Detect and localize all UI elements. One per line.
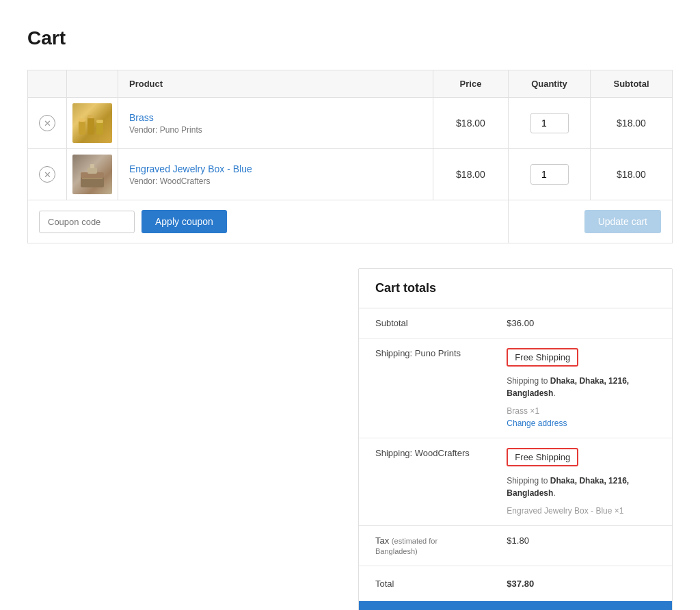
product-name-brass: Brass <box>129 112 202 123</box>
update-cart-cell: Update cart <box>509 200 673 243</box>
subtotal-row: Subtotal $36.00 <box>359 308 672 339</box>
subtotal-label: Subtotal <box>359 308 490 339</box>
shipping-puno-cell: Free Shipping Shipping to Dhaka, Dhaka, … <box>490 339 672 438</box>
svg-rect-1 <box>79 118 85 122</box>
quantity-input-jewelry[interactable] <box>530 164 569 185</box>
checkout-button[interactable]: Proceed to checkout <box>359 601 672 610</box>
product-name-jewelry: Engraved Jewelry Box - Blue <box>129 163 252 174</box>
svg-rect-3 <box>88 115 94 118</box>
coupon-input[interactable] <box>39 211 135 233</box>
product-link-brass[interactable]: Brass <box>129 112 154 123</box>
shipping-wood-product: Engraved Jewelry Box - Blue ×1 <box>507 506 656 516</box>
free-shipping-badge-puno: Free Shipping <box>507 348 578 367</box>
price-brass: $18.00 <box>433 98 509 149</box>
qty-cell-brass <box>509 98 591 149</box>
tax-label: Tax <box>375 535 389 546</box>
cart-totals: Cart totals Subtotal $36.00 Shipping: Pu… <box>358 268 673 610</box>
close-icon: ✕ <box>44 119 51 128</box>
product-link-jewelry[interactable]: Engraved Jewelry Box - Blue <box>129 163 252 174</box>
col-qty-header: Quantity <box>509 70 591 98</box>
tax-value: $1.80 <box>490 526 672 566</box>
shipping-puno-address: Shipping to Dhaka, Dhaka, 1216, Banglade… <box>507 375 656 399</box>
svg-rect-9 <box>90 164 94 168</box>
remove-brass-button[interactable]: ✕ <box>39 115 55 131</box>
remove-cell-jewelry: ✕ <box>28 149 67 200</box>
coupon-area: Apply coupon <box>39 210 497 233</box>
svg-rect-0 <box>79 120 85 135</box>
coupon-cell: Apply coupon <box>28 200 509 243</box>
price-jewelry: $18.00 <box>433 149 509 200</box>
shipping-wood-label: Shipping: WoodCrafters <box>359 438 490 526</box>
total-label: Total <box>359 566 490 602</box>
product-name-cell-brass: Brass Vendor: Puno Prints <box>118 98 433 149</box>
tax-label-cell: Tax (estimated for Bangladesh) <box>359 526 490 566</box>
shipping-wood-address: Shipping to Dhaka, Dhaka, 1216, Banglade… <box>507 475 656 499</box>
product-img-cell-brass <box>67 98 118 149</box>
total-row: Total $37.80 <box>359 566 672 602</box>
shipping-puno-row: Shipping: Puno Prints Free Shipping Ship… <box>359 339 672 438</box>
col-img <box>67 70 118 98</box>
shipping-puno-product: Brass ×1 <box>507 406 656 416</box>
qty-cell-jewelry <box>509 149 591 200</box>
svg-rect-2 <box>88 116 94 135</box>
close-icon: ✕ <box>44 170 51 179</box>
shipping-puno-label: Shipping: Puno Prints <box>359 339 490 438</box>
svg-rect-5 <box>96 120 103 123</box>
free-shipping-badge-wood: Free Shipping <box>507 448 578 466</box>
col-subtotal-header: Subtotal <box>591 70 673 98</box>
apply-coupon-button[interactable]: Apply coupon <box>142 210 227 233</box>
product-vendor-brass: Vendor: Puno Prints <box>129 125 202 135</box>
subtotal-brass: $18.00 <box>591 98 673 149</box>
col-price-header: Price <box>433 70 509 98</box>
svg-rect-10 <box>82 178 103 179</box>
shipping-puno-address-bold: Dhaka, Dhaka, 1216, Bangladesh <box>507 376 629 398</box>
shipping-wood-address-bold: Dhaka, Dhaka, 1216, Bangladesh <box>507 476 629 498</box>
table-row: ✕ Engraved <box>28 149 673 200</box>
table-row: ✕ <box>28 98 673 149</box>
cart-table: Product Price Quantity Subtotal ✕ <box>27 70 673 243</box>
remove-cell-brass: ✕ <box>28 98 67 149</box>
shipping-wood-row: Shipping: WoodCrafters Free Shipping Shi… <box>359 438 672 526</box>
page-title: Cart <box>27 27 673 49</box>
quantity-input-brass[interactable] <box>530 113 569 133</box>
product-img-cell-jewelry <box>67 149 118 200</box>
total-value: $37.80 <box>490 566 672 602</box>
cart-totals-title: Cart totals <box>359 269 672 308</box>
product-image-jewelry <box>72 155 112 194</box>
col-remove <box>28 70 67 98</box>
remove-jewelry-button[interactable]: ✕ <box>39 166 55 183</box>
product-image-brass <box>72 103 112 143</box>
product-vendor-jewelry: Vendor: WoodCrafters <box>129 176 252 186</box>
shipping-wood-cell: Free Shipping Shipping to Dhaka, Dhaka, … <box>490 438 672 526</box>
tax-row: Tax (estimated for Bangladesh) $1.80 <box>359 526 672 566</box>
subtotal-value: $36.00 <box>490 308 672 339</box>
col-product-header: Product <box>118 70 433 98</box>
change-address-puno-link[interactable]: Change address <box>507 419 656 428</box>
cart-totals-wrapper: Cart totals Subtotal $36.00 Shipping: Pu… <box>27 268 673 610</box>
product-name-cell-jewelry: Engraved Jewelry Box - Blue Vendor: Wood… <box>118 149 433 200</box>
update-cart-button[interactable]: Update cart <box>584 210 661 233</box>
svg-rect-8 <box>88 168 97 174</box>
totals-table: Subtotal $36.00 Shipping: Puno Prints Fr… <box>359 308 672 601</box>
subtotal-jewelry: $18.00 <box>591 149 673 200</box>
coupon-row: Apply coupon Update cart <box>28 200 673 243</box>
